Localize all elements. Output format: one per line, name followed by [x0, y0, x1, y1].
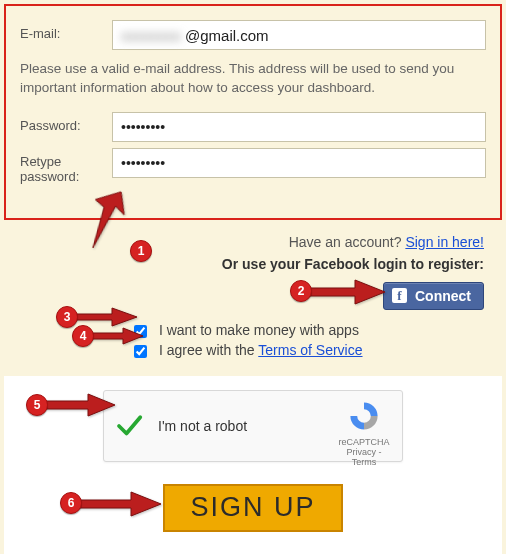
- facebook-icon: f: [392, 288, 407, 303]
- facebook-prompt: Or use your Facebook login to register:: [4, 256, 484, 272]
- email-input[interactable]: xxxxxxxx @gmail.com: [112, 20, 486, 50]
- retype-password-input[interactable]: [112, 148, 486, 178]
- recaptcha-privacy-link[interactable]: Privacy: [346, 447, 376, 457]
- have-account-line: Have an account? Sign in here!: [4, 234, 484, 250]
- annotation-badge-4: 4: [72, 325, 94, 347]
- recaptcha-logo-icon: [347, 399, 381, 433]
- facebook-connect-button[interactable]: f Connect: [383, 282, 484, 310]
- facebook-connect-label: Connect: [415, 288, 471, 304]
- checkbox-terms-prefix: I agree with the: [159, 342, 258, 358]
- checkbox-terms[interactable]: [134, 345, 147, 358]
- checkbox-money[interactable]: [134, 325, 147, 338]
- sign-up-button[interactable]: SIGN UP: [163, 484, 343, 532]
- recaptcha-brand: reCAPTCHA Privacy - Terms: [334, 399, 394, 453]
- lower-section: I'm not a robot reCAPTCHA Privacy - Term…: [4, 376, 502, 554]
- checkbox-money-label: I want to make money with apps: [159, 322, 359, 338]
- email-hidden-part: xxxxxxxx: [121, 27, 181, 44]
- sign-in-link[interactable]: Sign in here!: [405, 234, 484, 250]
- password-label: Password:: [20, 112, 112, 133]
- have-account-text: Have an account?: [289, 234, 406, 250]
- retype-password-label: Retype password:: [20, 148, 112, 184]
- terms-of-service-link[interactable]: Terms of Service: [258, 342, 362, 358]
- password-row: Password:: [20, 112, 486, 142]
- email-domain-part: @gmail.com: [185, 27, 269, 44]
- password-input[interactable]: [112, 112, 486, 142]
- email-row: E-mail: xxxxxxxx @gmail.com: [20, 20, 486, 50]
- email-label: E-mail:: [20, 20, 112, 41]
- checkbox-terms-row: I agree with the Terms of Service: [134, 342, 502, 358]
- email-help-text: Please use a valid e-mail address. This …: [20, 60, 486, 98]
- retype-password-row: Retype password:: [20, 148, 486, 184]
- recaptcha-checkmark-icon: [114, 411, 144, 441]
- recaptcha-brand-text: reCAPTCHA: [334, 437, 394, 447]
- checkbox-money-row: I want to make money with apps: [134, 322, 502, 338]
- sign-up-label: SIGN UP: [190, 492, 315, 523]
- recaptcha-terms-link[interactable]: Terms: [352, 457, 377, 467]
- form-highlight-box: E-mail: xxxxxxxx @gmail.com Please use a…: [4, 4, 502, 220]
- recaptcha-widget[interactable]: I'm not a robot reCAPTCHA Privacy - Term…: [103, 390, 403, 462]
- recaptcha-label: I'm not a robot: [158, 418, 247, 434]
